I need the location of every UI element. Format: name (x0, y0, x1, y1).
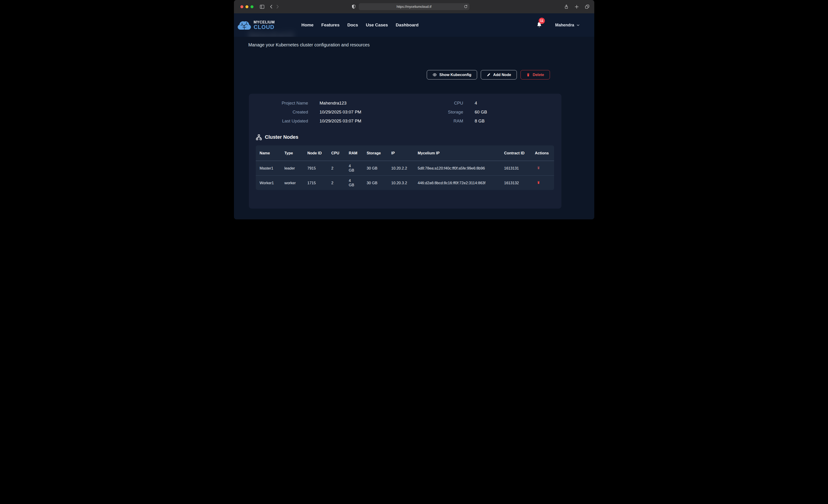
table-header-row: Name Type Node ID CPU RAM Storage IP Myc… (256, 145, 554, 161)
brand-text: MYCELIUM CLOUD (254, 20, 275, 30)
column-header-name: Name (256, 145, 281, 161)
mycelium-cloud-logo-icon (237, 18, 252, 32)
column-header-actions: Actions (531, 145, 554, 161)
delete-node-button[interactable] (535, 166, 540, 170)
storage-label: Storage (429, 110, 463, 115)
column-header-ram: RAM (345, 145, 363, 161)
network-icon (256, 134, 262, 140)
trash-icon (537, 166, 540, 170)
node-name: Master1 (256, 161, 281, 175)
brand-logo[interactable]: MYCELIUM CLOUD (237, 18, 275, 32)
nav-link-dashboard[interactable]: Dashboard (396, 23, 418, 28)
share-icon[interactable] (564, 4, 569, 9)
node-mycelium-ip: 5d8:78ea:a120:f40c:ff0f:a5fe:99e6:8b96 (414, 161, 500, 175)
node-storage: 30 GB (363, 161, 387, 175)
node-type: worker (281, 175, 303, 190)
node-ip: 10.20.3.2 (387, 175, 414, 190)
browser-window: https://myceliumcloud.tf (234, 0, 594, 219)
last-updated-value: 10/29/2025 03:07 PM (320, 119, 417, 124)
nav-link-features[interactable]: Features (321, 23, 339, 28)
node-cpu: 2 (328, 161, 345, 175)
column-header-cpu: CPU (328, 145, 345, 161)
cluster-nodes-heading: Cluster Nodes (256, 134, 554, 140)
show-kubeconfig-label: Show Kubeconfig (440, 73, 471, 77)
column-header-node-id: Node ID (303, 145, 328, 161)
eye-icon (432, 73, 437, 77)
cluster-nodes-title: Cluster Nodes (265, 134, 298, 140)
traffic-lights (240, 5, 253, 8)
node-type: leader (281, 161, 303, 175)
cluster-nodes-table: Name Type Node ID CPU RAM Storage IP Myc… (256, 145, 554, 190)
project-name-value: Mahendra123 (320, 100, 417, 106)
node-storage: 30 GB (363, 175, 387, 190)
add-node-label: Add Node (493, 73, 511, 77)
cluster-actions: Show Kubeconfig Add Node Delete (234, 70, 594, 80)
node-ip: 10.20.2.2 (387, 161, 414, 175)
node-mycelium-ip: 446:d2a6:8bcd:8c16:ff0f:72e2:3114:863f (414, 175, 500, 190)
browser-chrome: https://myceliumcloud.tf (234, 0, 594, 13)
column-header-type: Type (281, 145, 303, 161)
back-icon[interactable] (269, 4, 274, 9)
node-id: 7915 (303, 161, 328, 175)
pencil-icon (487, 73, 491, 77)
notifications-button[interactable]: 11 (536, 22, 542, 29)
storage-value: 60 GB (475, 110, 554, 115)
cpu-label: CPU (429, 100, 463, 106)
nav-links: Home Features Docs Use Cases Dashboard (301, 23, 419, 28)
created-value: 10/29/2025 03:07 PM (320, 110, 417, 115)
sidebar-toggle-icon[interactable] (259, 4, 265, 9)
close-window-button[interactable] (240, 5, 243, 8)
delete-cluster-button[interactable]: Delete (521, 70, 550, 80)
node-contract-id: 1613132 (500, 175, 531, 190)
column-header-storage: Storage (363, 145, 387, 161)
brand-name-bottom: CLOUD (254, 24, 275, 30)
cluster-details-card: Project Name Mahendra123 CPU 4 Created 1… (249, 94, 562, 209)
node-ram: 4 GB (345, 175, 363, 190)
nav-link-use-cases[interactable]: Use Cases (366, 23, 388, 28)
new-tab-icon[interactable] (574, 4, 579, 9)
delete-node-button[interactable] (535, 180, 540, 185)
nav-link-docs[interactable]: Docs (347, 23, 358, 28)
zoom-window-button[interactable] (250, 5, 253, 8)
forward-icon[interactable] (275, 4, 280, 9)
ram-value: 8 GB (475, 119, 554, 124)
table-row: Master1 leader 7915 2 4 GB 30 GB 10.20.2… (256, 161, 554, 175)
show-kubeconfig-button[interactable]: Show Kubeconfig (427, 70, 477, 80)
project-name-label: Project Name (256, 100, 308, 106)
cluster-info-grid: Project Name Mahendra123 CPU 4 Created 1… (256, 100, 554, 124)
node-cpu: 2 (328, 175, 345, 190)
column-header-mycelium-ip: Mycelium IP (414, 145, 500, 161)
cpu-value: 4 (475, 100, 554, 106)
chevron-down-icon (576, 24, 580, 27)
node-ram: 4 GB (345, 161, 363, 175)
privacy-shield-icon[interactable] (351, 4, 356, 10)
page-subtitle: Manage your Kubernetes cluster configura… (248, 42, 580, 48)
last-updated-label: Last Updated (256, 119, 308, 124)
node-name: Worker1 (256, 175, 281, 190)
trash-icon (526, 73, 530, 77)
trash-icon (537, 180, 540, 184)
node-id: 1715 (303, 175, 328, 190)
nav-link-home[interactable]: Home (301, 23, 314, 28)
refresh-icon[interactable] (464, 4, 468, 9)
column-header-ip: IP (387, 145, 414, 161)
add-node-button[interactable]: Add Node (481, 70, 517, 80)
ram-label: RAM (429, 119, 463, 124)
node-actions (531, 161, 554, 175)
table-row: Worker1 worker 1715 2 4 GB 30 GB 10.20.3… (256, 175, 554, 190)
notification-badge: 11 (539, 18, 545, 24)
delete-label: Delete (533, 73, 544, 77)
minimize-window-button[interactable] (245, 5, 248, 8)
site-navbar: MYCELIUM CLOUD Home Features Docs Use Ca… (234, 13, 594, 37)
created-label: Created (256, 110, 308, 115)
node-contract-id: 1613131 (500, 161, 531, 175)
column-header-contract-id: Contract ID (500, 145, 531, 161)
tab-overview-icon[interactable] (585, 4, 590, 9)
node-actions (531, 175, 554, 190)
user-menu[interactable]: Mahendra (555, 23, 580, 28)
url-text: https://myceliumcloud.tf (397, 5, 431, 8)
brand-name-top: MYCELIUM (254, 20, 275, 24)
address-bar[interactable]: https://myceliumcloud.tf (359, 3, 469, 10)
user-name: Mahendra (555, 23, 574, 28)
